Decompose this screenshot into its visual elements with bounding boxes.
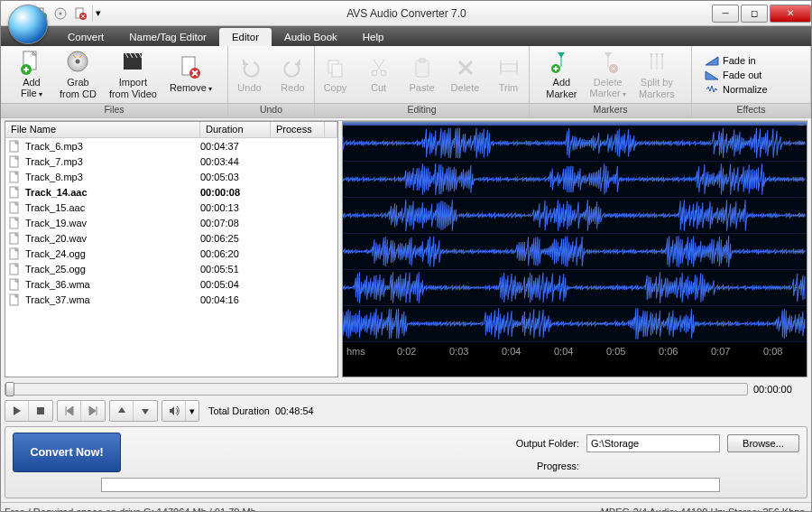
add-marker-button[interactable]: AddMarker	[542, 48, 580, 100]
file-list-panel: File Name Duration Process Track_6.mp300…	[5, 121, 338, 377]
fade-out-label: Fade out	[723, 70, 761, 80]
file-row[interactable]: Track_20.wav00:06:25	[5, 230, 337, 246]
remove-label: Remove	[170, 82, 212, 94]
file-icon	[9, 155, 22, 168]
qat-dropdown-icon[interactable]: ▾	[92, 5, 103, 22]
file-icon	[9, 232, 22, 245]
normalize-label: Normalize	[723, 84, 768, 95]
import-video-button[interactable]: Importfrom Video	[106, 48, 161, 100]
grab-cd-button[interactable]: Grabfrom CD	[56, 48, 100, 100]
file-row[interactable]: Track_15.aac00:00:13	[5, 200, 337, 215]
col-header-duration[interactable]: Duration	[200, 122, 271, 137]
waveform-channel[interactable]: -∞	[343, 306, 807, 342]
split-markers-button: Split byMarkers	[635, 48, 678, 100]
ruler-unit: hms	[346, 346, 365, 357]
next-button[interactable]	[81, 401, 105, 421]
split-markers-label: Split byMarkers	[639, 77, 675, 98]
file-row[interactable]: Track_24.ogg00:06:20	[5, 246, 337, 261]
waveform-channel[interactable]: -∞	[343, 198, 807, 234]
redo-button: Redo	[274, 53, 312, 95]
status-audio-info: MPEG-2/4 Audio: 44100 Hz; Stereo; 256 Kb…	[601, 507, 807, 513]
ruler-tick: 0:08	[763, 346, 782, 357]
waveform-channel[interactable]: -∞	[343, 162, 807, 198]
channel-db: -∞	[796, 247, 804, 256]
add-marker-label: AddMarker	[546, 77, 577, 98]
add-file-button[interactable]: AddFile	[13, 48, 51, 101]
file-row[interactable]: Track_37.wma00:04:16	[5, 292, 337, 307]
tab-name-tag-editor[interactable]: Name/Tag Editor	[116, 28, 219, 46]
file-duration: 00:07:08	[200, 218, 271, 228]
fade-out-icon	[705, 70, 719, 80]
app-orb-icon[interactable]	[8, 5, 48, 44]
waveform-channel[interactable]: -∞	[343, 234, 807, 270]
cut-icon	[366, 55, 392, 80]
waveform-panel[interactable]: dB -∞-∞-∞-∞-∞-∞ hms 0:020:030:040:040:05…	[342, 121, 807, 377]
ruler-tick: 0:03	[449, 346, 468, 357]
file-icon	[9, 293, 22, 306]
seek-slider[interactable]	[5, 383, 748, 396]
ruler-tick: 0:04	[554, 346, 573, 357]
move-up-button[interactable]	[110, 401, 134, 421]
waveform-channel[interactable]: -∞	[343, 126, 807, 162]
output-folder-input[interactable]	[586, 434, 720, 452]
file-name: Track_6.mp3	[25, 141, 200, 152]
stop-button[interactable]	[29, 401, 52, 421]
play-button[interactable]	[5, 401, 29, 421]
prev-button[interactable]	[58, 401, 81, 421]
file-row[interactable]: Track_8.mp300:05:03	[5, 169, 337, 184]
time-ruler[interactable]: hms 0:020:030:040:040:050:060:070:08	[343, 342, 807, 360]
remove-button[interactable]: Remove	[166, 53, 216, 96]
move-down-button[interactable]	[134, 401, 157, 421]
waveform-channel[interactable]: -∞	[343, 270, 807, 306]
tab-audio-book[interactable]: Audio Book	[272, 28, 350, 46]
svg-rect-34	[37, 407, 44, 414]
file-duration: 00:06:25	[200, 233, 271, 244]
position-time: 00:00:00	[753, 384, 807, 395]
file-duration: 00:05:51	[200, 264, 271, 275]
undo-label: Undo	[237, 82, 261, 93]
file-icon	[9, 247, 22, 260]
file-row[interactable]: Track_7.mp300:03:44	[5, 154, 337, 169]
channel-db: -∞	[796, 138, 804, 147]
file-row[interactable]: Track_14.aac00:00:08	[5, 184, 337, 200]
total-duration-label: Total Duration	[208, 405, 270, 416]
file-duration: 00:06:20	[200, 248, 271, 259]
col-header-filename[interactable]: File Name	[5, 122, 200, 137]
delete-label: Delete	[451, 82, 480, 93]
minimize-button[interactable]: ─	[712, 5, 739, 23]
cut-button: Cut	[360, 53, 398, 95]
file-name: Track_15.aac	[25, 202, 200, 213]
close-button[interactable]: ✕	[770, 5, 811, 23]
status-disk-space: Free / Required space on drive G: 147064…	[5, 507, 256, 513]
file-row[interactable]: Track_19.wav00:07:08	[5, 215, 337, 230]
fade-out-button[interactable]: Fade out	[703, 69, 770, 81]
qat-remove-doc-icon[interactable]	[72, 5, 88, 22]
normalize-button[interactable]: Normalize	[703, 83, 770, 96]
fade-in-button[interactable]: Fade in	[703, 54, 770, 67]
browse-button[interactable]: Browse...	[727, 434, 799, 452]
fade-in-label: Fade in	[723, 55, 756, 66]
tab-editor[interactable]: Editor	[219, 28, 272, 46]
qat-grab-cd-icon[interactable]	[52, 5, 69, 22]
channel-db: -∞	[796, 174, 804, 183]
ruler-tick: 0:06	[659, 346, 678, 357]
delete-marker-label: DeleteMarker	[590, 77, 626, 99]
tab-help[interactable]: Help	[350, 28, 397, 46]
volume-menu-button[interactable]: ▾	[186, 401, 198, 421]
file-row[interactable]: Track_36.wma00:05:04	[5, 276, 337, 292]
file-name: Track_25.ogg	[25, 264, 200, 275]
volume-button[interactable]	[162, 401, 186, 421]
group-label-files: Files	[1, 103, 227, 117]
file-name: Track_19.wav	[25, 218, 200, 228]
file-row[interactable]: Track_25.ogg00:05:51	[5, 261, 337, 276]
file-row[interactable]: Track_6.mp300:04:37	[5, 138, 337, 154]
svg-rect-15	[332, 64, 342, 77]
col-header-process[interactable]: Process	[271, 122, 325, 137]
maximize-button[interactable]: ◻	[741, 5, 768, 23]
tab-convert[interactable]: Convert	[55, 28, 116, 46]
trim-button: Trim	[490, 53, 528, 95]
marker-split-icon	[644, 50, 669, 75]
file-name: Track_7.mp3	[25, 156, 200, 167]
file-duration: 00:03:44	[200, 156, 271, 167]
ribbon-tabs: Convert Name/Tag Editor Editor Audio Boo…	[1, 26, 811, 46]
